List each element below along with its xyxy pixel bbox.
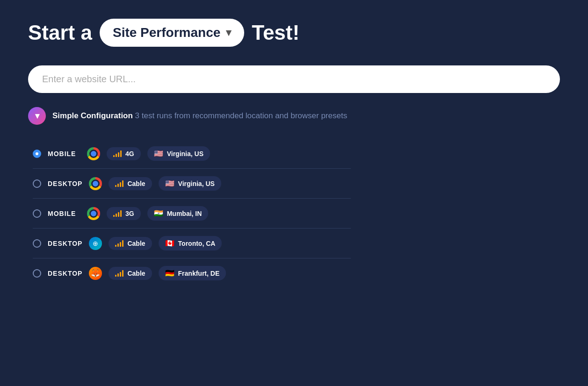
connection-type-label: 3G	[125, 210, 134, 217]
config-toggle-icon: ▾	[35, 111, 39, 121]
flag-icon: 🇩🇪	[165, 269, 174, 278]
test-type-dropdown[interactable]: Site Performance ▾	[100, 19, 244, 47]
device-label: DESKTOP	[48, 270, 82, 277]
radio-button[interactable]	[33, 239, 41, 248]
connection-badge: 3G	[107, 207, 141, 220]
connection-type-label: Cable	[127, 240, 145, 247]
location-badge: 🇺🇸Virginia, US	[159, 176, 221, 191]
location-label: Toronto, CA	[178, 240, 216, 247]
location-label: Mumbai, IN	[167, 210, 202, 217]
signal-icon	[115, 180, 123, 187]
url-input-wrapper	[28, 65, 560, 93]
radio-button[interactable]	[33, 209, 41, 218]
connection-type-label: Cable	[127, 270, 145, 277]
location-badge: 🇩🇪Frankfurt, DE	[159, 266, 226, 280]
flag-icon: 🇨🇦	[165, 239, 174, 248]
location-badge: 🇨🇦Toronto, CA	[159, 236, 222, 250]
connection-badge: Cable	[109, 237, 152, 250]
location-label: Virginia, US	[167, 150, 203, 157]
connection-badge: Cable	[109, 267, 152, 280]
test-row: DESKTOPCable🇺🇸Virginia, US	[33, 169, 351, 199]
test-row: MOBILE4G🇺🇸Virginia, US	[33, 139, 351, 169]
test-list: MOBILE4G🇺🇸Virginia, USDESKTOPCable🇺🇸Virg…	[33, 139, 351, 288]
signal-icon	[115, 270, 123, 277]
radio-button[interactable]	[33, 179, 41, 188]
device-label: MOBILE	[48, 210, 80, 217]
flag-icon: 🇺🇸	[165, 179, 174, 188]
signal-icon	[113, 150, 122, 157]
chevron-down-icon: ▾	[226, 27, 231, 39]
chrome-icon	[87, 147, 100, 160]
device-label: DESKTOP	[48, 180, 82, 187]
header-test-text: Test!	[252, 21, 299, 44]
connection-badge: Cable	[109, 177, 152, 190]
chrome-icon	[87, 207, 100, 220]
test-row: DESKTOP🦊Cable🇩🇪Frankfurt, DE	[33, 258, 351, 288]
signal-icon	[115, 240, 123, 247]
device-label: MOBILE	[48, 150, 80, 157]
connection-type-label: Cable	[127, 180, 145, 187]
radio-button[interactable]	[33, 150, 41, 158]
config-label-sub: 3 test runs from recommended location an…	[133, 111, 347, 120]
url-input[interactable]	[31, 67, 557, 91]
signal-icon	[113, 210, 122, 217]
test-row: MOBILE3G🇮🇳Mumbai, IN	[33, 199, 351, 229]
firefox-icon: 🦊	[89, 267, 102, 280]
config-section: ▾ Simple Configuration 3 test runs from …	[28, 107, 560, 125]
flag-icon: 🇺🇸	[154, 149, 163, 158]
chrome-icon	[89, 177, 102, 190]
connection-type-label: 4G	[125, 150, 134, 157]
header-start-text: Start a	[28, 21, 92, 44]
config-toggle-button[interactable]: ▾	[28, 107, 46, 125]
connection-badge: 4G	[107, 147, 141, 160]
device-label: DESKTOP	[48, 240, 82, 247]
location-label: Virginia, US	[178, 180, 215, 187]
location-badge: 🇺🇸Virginia, US	[147, 146, 210, 161]
page-header: Start a Site Performance ▾ Test!	[28, 19, 560, 47]
config-label-bold: Simple Configuration	[52, 111, 133, 120]
location-badge: 🇮🇳Mumbai, IN	[147, 206, 209, 221]
location-label: Frankfurt, DE	[178, 270, 220, 277]
config-label: Simple Configuration 3 test runs from re…	[52, 111, 347, 121]
edge-icon: ⊕	[89, 237, 102, 250]
flag-icon: 🇮🇳	[154, 209, 163, 218]
test-row: DESKTOP⊕Cable🇨🇦Toronto, CA	[33, 229, 351, 258]
dropdown-label: Site Performance	[113, 25, 220, 40]
radio-button[interactable]	[33, 269, 41, 278]
